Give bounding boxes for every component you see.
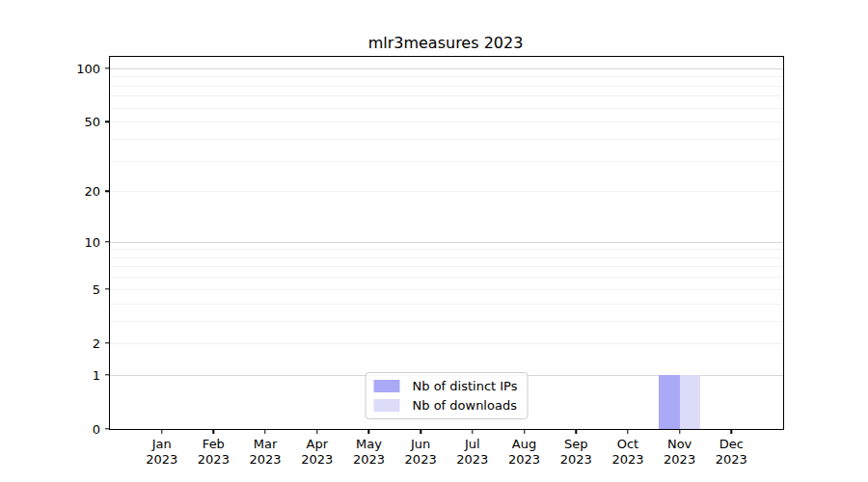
x-tick-year: 2023 (456, 452, 488, 468)
x-tick-label: Aug2023 (508, 437, 540, 468)
x-tick-mark (627, 429, 628, 434)
x-tick-year: 2023 (716, 452, 747, 468)
y-tick-label: 100 (76, 61, 100, 75)
x-tick-year: 2023 (664, 452, 695, 468)
x-tick-label: Feb2023 (198, 437, 230, 468)
gridline-minor (110, 321, 783, 322)
figure: mlr3measures 2023 0125102050100 Jan2023F… (0, 0, 868, 482)
gridline-minor (110, 95, 783, 96)
gridline-minor (110, 108, 783, 109)
x-tick-month: Jul (456, 437, 488, 452)
legend-entry: Nb of downloads (374, 398, 518, 413)
x-tick-month: Oct (611, 437, 643, 452)
x-tick-label: Nov2023 (664, 437, 695, 468)
legend-swatch (374, 399, 400, 412)
gridline-minor (110, 191, 783, 192)
x-tick-label: Dec2023 (716, 437, 747, 468)
gridline-minor (110, 121, 783, 122)
x-tick-year: 2023 (198, 452, 230, 468)
bar-nov-series1 (680, 375, 700, 429)
y-tick-label: 20 (84, 184, 100, 199)
gridline-minor (110, 161, 783, 162)
y-tick-label: 50 (84, 115, 100, 129)
legend-label: Nb of distinct IPs (413, 379, 518, 393)
gridline-minor (110, 277, 783, 278)
gridline-minor (110, 289, 783, 290)
x-tick-mark (472, 429, 473, 434)
x-tick-mark (576, 429, 577, 434)
x-tick-month: May (353, 437, 385, 452)
gridline-major (110, 242, 783, 243)
gridline-minor (110, 249, 783, 250)
x-tick-year: 2023 (250, 452, 282, 468)
x-tick-year: 2023 (146, 452, 177, 468)
x-tick-label: Apr2023 (301, 437, 333, 468)
y-tick-mark (105, 288, 110, 289)
x-tick-year: 2023 (405, 452, 437, 468)
x-tick-month: Feb (198, 437, 230, 452)
y-tick-label: 2 (93, 335, 100, 350)
y-tick-mark (105, 67, 110, 68)
plot-area: 0125102050100 Jan2023Feb2023Mar2023Apr20… (109, 56, 784, 430)
y-tick-label: 5 (93, 281, 100, 296)
y-tick-mark (105, 342, 110, 343)
x-tick-year: 2023 (353, 452, 385, 468)
x-tick-month: Nov (664, 437, 695, 452)
x-tick-mark (213, 429, 214, 434)
x-tick-month: Sep (560, 437, 592, 452)
y-tick-label: 0 (93, 422, 100, 437)
gridline-minor (110, 257, 783, 258)
gridline-major (110, 68, 783, 69)
x-tick-mark (731, 429, 732, 434)
x-tick-mark (264, 429, 265, 434)
x-tick-month: Apr (301, 437, 333, 452)
x-tick-year: 2023 (301, 452, 333, 468)
gridline-minor (110, 343, 783, 344)
x-tick-mark (679, 429, 680, 434)
legend-label: Nb of downloads (413, 398, 517, 413)
x-tick-label: Oct2023 (611, 437, 643, 468)
x-tick-month: Aug (508, 437, 540, 452)
y-tick-mark (105, 241, 110, 242)
y-tick-mark (105, 121, 110, 122)
x-tick-month: Dec (716, 437, 747, 452)
y-tick-mark (105, 374, 110, 375)
x-tick-year: 2023 (611, 452, 643, 468)
y-tick-label: 10 (84, 234, 100, 249)
x-tick-month: Jan (146, 437, 177, 452)
legend: Nb of distinct IPsNb of downloads (366, 372, 529, 419)
gridline-minor (110, 76, 783, 77)
y-tick-mark (105, 428, 110, 429)
legend-entry: Nb of distinct IPs (374, 379, 518, 393)
x-tick-label: Jun2023 (405, 437, 437, 468)
x-tick-month: Jun (405, 437, 437, 452)
x-tick-label: Mar2023 (250, 437, 282, 468)
x-tick-mark (368, 429, 369, 434)
x-tick-month: Mar (250, 437, 282, 452)
x-tick-label: May2023 (353, 437, 385, 468)
y-tick-label: 1 (93, 367, 100, 382)
x-tick-mark (420, 429, 420, 434)
chart-title: mlr3measures 2023 (109, 34, 782, 52)
x-tick-label: Sep2023 (560, 437, 592, 468)
x-tick-mark (524, 429, 525, 434)
gridline-minor (110, 266, 783, 267)
x-tick-mark (316, 429, 317, 434)
x-tick-label: Jan2023 (146, 437, 177, 468)
x-tick-year: 2023 (508, 452, 540, 468)
gridline-minor (110, 139, 783, 140)
x-tick-mark (161, 429, 162, 434)
gridline-minor (110, 304, 783, 305)
gridline-minor (110, 86, 783, 87)
y-tick-mark (105, 191, 110, 192)
x-tick-label: Jul2023 (456, 437, 488, 468)
legend-swatch (374, 380, 400, 392)
bar-nov-series0 (659, 375, 679, 429)
x-tick-year: 2023 (560, 452, 592, 468)
